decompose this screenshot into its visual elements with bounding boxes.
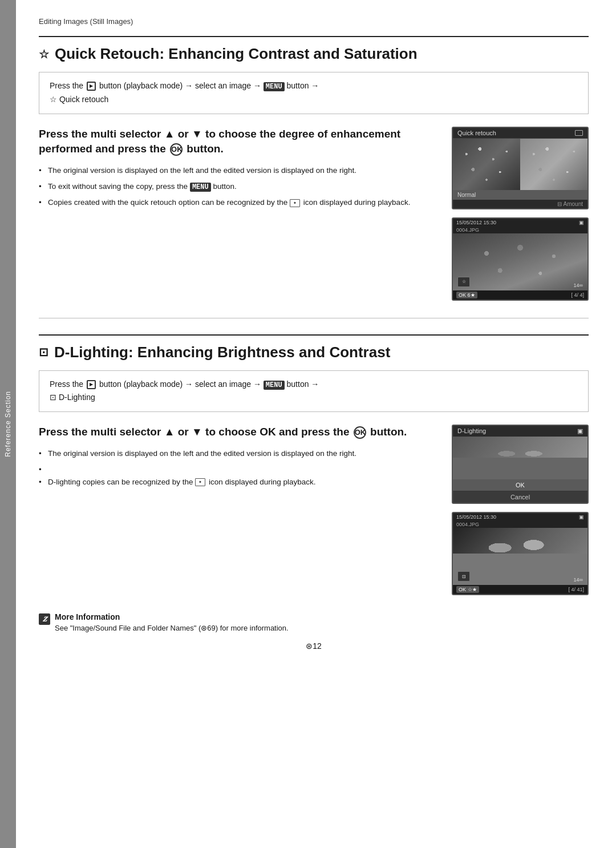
cam-dl-brackets: [ 4/ 41]: [568, 587, 584, 592]
cam-dl-title-text: D-Lighting: [457, 427, 486, 435]
tri-down-icon-2: [192, 425, 202, 440]
cam-dl-title-icon: ▣: [577, 427, 583, 435]
cam-thumb-date-1: 15/05/2012 15:30: [456, 220, 496, 225]
retouch-sub-icon: [290, 199, 300, 207]
cam-left-half-1: [453, 139, 520, 190]
section2-heading: Press the multi selector or to choose OK…: [39, 425, 435, 440]
cam-title-icon-1: [575, 130, 583, 136]
cam-dl-screen-1: D-Lighting ▣ OK Cancel: [452, 425, 589, 504]
playback-icon-1: [87, 82, 96, 91]
more-info-body: See "Image/Sound File and Folder Names" …: [55, 624, 289, 632]
section1-bullets: The original version is displayed on the…: [39, 165, 435, 209]
cam-brackets-1: [ 4/ 4]: [571, 292, 584, 298]
cam-thumb-filename-1: 0004.JPG: [453, 227, 587, 233]
d-lighting-section-icon: ⊡: [39, 345, 48, 359]
section2-text-area: Press the multi selector or to choose OK…: [39, 425, 435, 595]
instr2-middle: button (playback mode) → select an image…: [99, 379, 264, 389]
cam-dl-bottom-right: 14∞: [574, 577, 583, 583]
menu-button-label-2: MENU: [264, 381, 285, 390]
main-content: Editing Images (Still Images) ☆ Quick Re…: [16, 0, 616, 848]
cam-thumb-bottom-right-1: 14∞: [574, 282, 583, 288]
ok-circle-1: OK: [170, 143, 183, 156]
section2-images: D-Lighting ▣ OK Cancel 15/05/2012 15:30 …: [452, 425, 589, 595]
cam-dl-thumb-screen: 15/05/2012 15:30 ▣ 0004.JPG ⊡ 14∞ OK ☆★ …: [452, 512, 589, 595]
cam-title-text-1: Quick retouch: [457, 130, 496, 136]
more-info-content: More Information See "Image/Sound File a…: [55, 612, 289, 632]
section2-body: Press the multi selector or to choose OK…: [39, 425, 589, 595]
section1-sub-text: Quick retouch: [59, 95, 108, 104]
cam-dl-thumb-img: ⊡ 14∞: [453, 528, 587, 585]
bullet-item: Copies created with the quick retouch op…: [39, 197, 435, 208]
section2-title: ⊡ D-Lighting: Enhancing Brightness and C…: [39, 334, 589, 361]
breadcrumb: Editing Images (Still Images): [39, 17, 589, 26]
cam-dl-thumb-date: 15/05/2012 15:30: [456, 514, 496, 520]
cam-dl-thumb-icon-right: ▣: [579, 514, 584, 520]
section-divider: [39, 318, 589, 318]
instr1-end: button →: [285, 81, 319, 90]
page-container: Reference Section Editing Images (Still …: [0, 0, 616, 848]
people-overlay: [453, 528, 587, 585]
cam-status-bar-1: Normal: [453, 190, 587, 200]
more-info-section: 𝒁 More Information See "Image/Sound File…: [39, 612, 589, 632]
side-tab-label: Reference Section: [4, 391, 12, 457]
instr1-prefix: Press the: [50, 81, 86, 90]
bullet-item: To exit without saving the copy, press t…: [39, 181, 435, 192]
cam-dl-thumb-filename: 0004.JPG: [453, 521, 587, 528]
cam-thumb-header-1: 15/05/2012 15:30 ▣: [453, 219, 587, 227]
section1-title: ☆ Quick Retouch: Enhancing Contrast and …: [39, 36, 589, 63]
bullet-item-dl-2: D-lighting copies can be recognized by t…: [39, 477, 435, 488]
more-info-icon: 𝒁: [39, 613, 50, 625]
cam-amount-bar-1: ⊟ Amount: [453, 200, 587, 208]
cam-ok-text-1: OK 6★: [456, 292, 477, 298]
section2-bullets: The original version is displayed on the…: [39, 448, 435, 488]
quick-retouch-section-icon: ☆: [39, 47, 49, 61]
section2-sub-text: D-Lighting: [59, 393, 95, 402]
section1-heading: Press the multi selector or to choose th…: [39, 127, 435, 157]
instr1-middle: button (playback mode) → select an image…: [99, 81, 264, 90]
cam-amount-text-1: ⊟ Amount: [557, 201, 583, 207]
cam-screen-title-1: Quick retouch: [453, 128, 587, 139]
tri-up-icon-2: [164, 425, 175, 440]
flower-overlay-1: [453, 233, 587, 290]
cam-thumb-icon-right-1: ▣: [579, 220, 584, 225]
flower-pattern-left-1: [453, 139, 520, 190]
bullet-item-dl-1: The original version is displayed on the…: [39, 448, 435, 459]
section1-instruction-box: Press the button (playback mode) → selec…: [39, 72, 589, 114]
section1-title-text: Quick Retouch: Enhancing Contrast and Sa…: [55, 45, 418, 63]
cam-image-area-1: [453, 139, 587, 190]
cam-dl-thumb-icon: ⊡: [457, 571, 470, 582]
bullet-item: The original version is displayed on the…: [39, 165, 435, 176]
page-number: ⊛12: [39, 641, 589, 651]
instr2-end: button →: [285, 379, 319, 389]
cam-status-text-1: Normal: [457, 192, 476, 198]
cam-thumb-screen-1: 15/05/2012 15:30 ▣ 0004.JPG ☆ 14∞ OK 6★ …: [452, 217, 589, 301]
section2-instruction-box: Press the button (playback mode) → selec…: [39, 370, 589, 413]
cam-dl-ok-text: OK ☆★: [456, 586, 479, 593]
cam-thumb-footer-1: OK 6★ [ 4/ 4]: [453, 290, 587, 300]
section1-images: Quick retouch Normal: [452, 127, 589, 301]
flower-pattern-right-1: [520, 139, 587, 190]
section2-title-text: D-Lighting: Enhancing Brightness and Con…: [54, 344, 390, 361]
playback-icon-2: [87, 380, 96, 389]
cam-dl-people-overlay: [453, 437, 587, 479]
cam-dl-thumb-header: 15/05/2012 15:30 ▣: [453, 513, 587, 521]
instr2-prefix: Press the: [50, 379, 86, 389]
cam-dl-ok-btn: OK: [453, 479, 587, 491]
cam-thumb-image-1: ☆ 14∞: [453, 233, 587, 290]
cam-dl-title-1: D-Lighting ▣: [453, 426, 587, 437]
bullet-item-dl-spacer: [39, 464, 435, 472]
cam-right-half-1: [520, 139, 587, 190]
section1-text-area: Press the multi selector or to choose th…: [39, 127, 435, 301]
d-lighting-sub-icon: ⊡: [50, 393, 56, 402]
cam-dl-thumb-footer: OK ☆★ [ 4/ 41]: [453, 585, 587, 594]
quick-retouch-sub-icon: ☆: [50, 95, 57, 104]
cam-dl-cancel-btn: Cancel: [453, 491, 587, 503]
menu-button-label-1: MENU: [264, 82, 285, 91]
menu-inline-1: MENU: [190, 183, 211, 192]
dl-sub-icon: [195, 478, 205, 486]
cam-thumb-retouch-icon-1: ☆: [457, 277, 470, 287]
cam-dl-image-1: [453, 437, 587, 479]
tri-up-icon-1: [164, 127, 175, 142]
side-tab: Reference Section: [0, 0, 16, 848]
tri-down-icon-1: [192, 127, 202, 142]
